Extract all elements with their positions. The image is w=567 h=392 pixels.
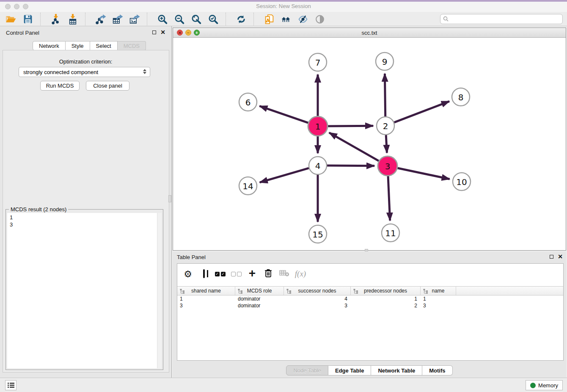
network-graph-canvas[interactable]: 1234678910111415 [173,38,566,250]
table-row[interactable]: 1dominator411 [177,295,563,302]
delete-column-button[interactable] [262,267,275,281]
node-1[interactable]: 1 [308,116,328,136]
network-view-window[interactable]: ✕ − + scc.txt 1234678910111415 [173,28,566,251]
node-9[interactable]: 9 [376,52,394,70]
panel-splitter-handle[interactable] [168,195,171,202]
task-history-button[interactable] [5,380,17,390]
float-panel-icon[interactable] [152,30,156,34]
network-resize-handle[interactable] [365,249,368,251]
mcds-result-group: MCDS result (2 nodes) 1 3 [6,209,163,370]
table-cell[interactable]: dominator [235,302,284,309]
titlebar[interactable]: Session: New Session [0,2,567,12]
node-10[interactable]: 10 [453,173,471,190]
float-table-panel-icon[interactable] [550,255,553,259]
close-panel-icon[interactable]: ✕ [160,30,165,34]
clone-network-button[interactable] [261,12,278,26]
node-label: 6 [245,97,251,108]
table-cell[interactable]: 1 [351,295,421,302]
zoom-out-button[interactable] [171,12,188,26]
import-network-button[interactable] [47,12,64,26]
node-4[interactable]: 4 [309,157,327,174]
node-11[interactable]: 11 [382,224,399,242]
optimization-criterion-label: Optimization criterion: [0,58,171,65]
column-header-name[interactable]: name [421,287,456,295]
deselect-all-rows-button[interactable] [230,267,242,281]
node-3[interactable]: 3 [378,156,397,176]
memory-button[interactable]: Memory [526,380,563,390]
node-14[interactable]: 14 [239,177,257,195]
node-15[interactable]: 15 [309,225,327,243]
tab-motifs[interactable]: Motifs [422,365,452,375]
table-cell[interactable]: 1 [421,295,456,302]
run-mcds-button[interactable]: Run MCDS [40,81,80,91]
table-cell[interactable]: 3 [177,302,235,309]
edge-3-11[interactable] [388,176,390,221]
table-panel: Table Panel ✕ ⚙✓✓+f(x) shared nameMCDS r… [173,252,566,378]
column-header-predecessor-nodes[interactable]: predecessor nodes [351,287,421,295]
search-input[interactable] [449,15,562,23]
export-image-button[interactable] [126,12,143,26]
zoom-fit-button[interactable] [188,12,205,26]
apply-layout-button[interactable] [233,12,250,26]
node-label: 3 [385,161,391,171]
open-session-button[interactable] [3,12,19,26]
hide-details-button[interactable] [295,12,311,26]
network-overview-button[interactable] [278,12,295,26]
export-network-button[interactable] [92,12,109,26]
node-label: 15 [312,229,323,240]
node-label: 1 [315,121,321,132]
edge-1-2[interactable] [328,126,373,126]
edge-2-9[interactable] [385,74,385,116]
table-cell[interactable]: 2 [351,302,421,309]
select-all-rows-button[interactable]: ✓✓ [214,267,226,281]
export-table-button[interactable] [109,12,126,26]
status-bar: Memory [0,378,567,392]
zoom-in-button[interactable] [154,12,171,26]
table-settings-button[interactable]: ⚙ [182,267,194,281]
tab-network[interactable]: Network [33,41,66,50]
mcds-result-textarea[interactable]: 1 3 [7,213,162,368]
node-6[interactable]: 6 [239,93,257,111]
table-row[interactable]: 3dominator323 [177,302,563,309]
tab-network-table[interactable]: Network Table [371,365,422,375]
node-label: 7 [315,58,321,68]
edge-1-6[interactable] [259,106,308,123]
column-header-successor-nodes[interactable]: successor nodes [284,287,351,295]
node-8[interactable]: 8 [452,88,470,106]
table-cell[interactable]: 3 [284,302,351,309]
show-columns-button[interactable] [198,267,210,281]
tab-node-table[interactable]: Node Table [286,365,328,375]
table-cell[interactable]: 3 [421,302,456,309]
node-7[interactable]: 7 [309,53,327,71]
tab-style[interactable]: Style [66,41,90,50]
table-cell[interactable]: 4 [284,295,351,302]
tab-mcds[interactable]: MCDS [118,41,146,50]
close-panel-button[interactable]: Close panel [86,81,129,91]
toolbar-separator [226,13,231,25]
edge-3-1[interactable] [329,133,379,161]
plus-icon: + [249,269,256,279]
close-table-panel-icon[interactable]: ✕ [558,254,563,259]
eye-disabled-icon [314,14,325,25]
table-cell[interactable]: 1 [177,295,235,302]
edge-4-3[interactable] [327,166,374,166]
tab-edge-table[interactable]: Edge Table [328,365,371,375]
optimization-criterion-dropdown[interactable]: strongly connected component [19,67,150,77]
tab-select[interactable]: Select [90,41,118,50]
node-2[interactable]: 2 [377,117,394,135]
save-session-button[interactable] [19,12,36,26]
column-header-shared-name[interactable]: shared name [177,287,235,295]
edge-3-10[interactable] [398,168,450,179]
zoom-selected-button[interactable] [205,12,222,26]
edge-2-3[interactable] [386,135,387,153]
column-header-MCDS-role[interactable]: MCDS role [235,287,284,295]
result-scrollbar[interactable] [157,213,162,368]
edge-4-14[interactable] [260,168,309,182]
import-table-button[interactable] [64,12,81,26]
edge-2-8[interactable] [394,101,449,122]
create-column-button[interactable]: + [246,267,259,281]
network-window-titlebar[interactable]: ✕ − + scc.txt [173,28,566,38]
table-cell[interactable]: dominator [235,295,284,302]
search-field[interactable] [440,14,563,24]
birdseye-button[interactable] [311,12,328,26]
